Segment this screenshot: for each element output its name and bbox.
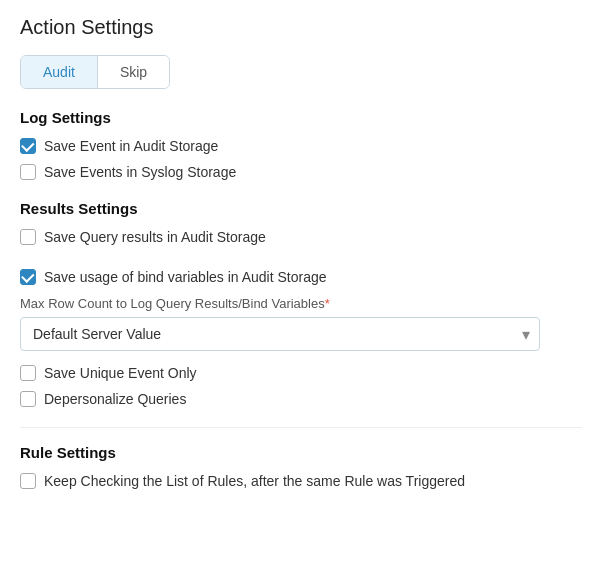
required-star: * xyxy=(325,296,330,311)
checkbox-keep-checking-rules[interactable] xyxy=(20,473,36,489)
log-settings-title: Log Settings xyxy=(20,109,582,126)
label-save-unique-event: Save Unique Event Only xyxy=(44,365,197,381)
checkbox-save-unique-event[interactable] xyxy=(20,365,36,381)
rule-settings-title: Rule Settings xyxy=(20,444,582,461)
select-wrapper: Default Server Value 10 100 1000 Unlimit… xyxy=(20,317,540,351)
label-save-query-audit: Save Query results in Audit Storage xyxy=(44,229,266,245)
log-settings-section: Log Settings Save Event in Audit Storage… xyxy=(20,109,582,180)
tab-skip[interactable]: Skip xyxy=(98,56,169,88)
label-save-events-syslog: Save Events in Syslog Storage xyxy=(44,164,236,180)
checkbox-row-keep-checking-rules: Keep Checking the List of Rules, after t… xyxy=(20,473,582,489)
checkbox-save-event-audit[interactable] xyxy=(20,138,36,154)
checkbox-row-save-unique-event: Save Unique Event Only xyxy=(20,365,582,381)
results-checkboxes-row: Save Query results in Audit Storage Save… xyxy=(20,229,582,285)
divider xyxy=(20,427,582,428)
page-title: Action Settings xyxy=(20,16,582,39)
tab-bar: Audit Skip xyxy=(20,55,170,89)
checkbox-depersonalize-queries[interactable] xyxy=(20,391,36,407)
checkbox-row-save-events-syslog: Save Events in Syslog Storage xyxy=(20,164,582,180)
label-depersonalize-queries: Depersonalize Queries xyxy=(44,391,186,407)
max-row-select[interactable]: Default Server Value 10 100 1000 Unlimit… xyxy=(20,317,540,351)
checkbox-row-save-event-audit: Save Event in Audit Storage xyxy=(20,138,582,154)
checkbox-row-save-bind-audit: Save usage of bind variables in Audit St… xyxy=(20,269,327,285)
checkbox-save-query-audit[interactable] xyxy=(20,229,36,245)
tab-audit[interactable]: Audit xyxy=(21,56,98,88)
checkbox-row-save-query-audit: Save Query results in Audit Storage xyxy=(20,229,266,245)
checkbox-save-events-syslog[interactable] xyxy=(20,164,36,180)
results-settings-section: Results Settings Save Query results in A… xyxy=(20,200,582,407)
results-settings-title: Results Settings xyxy=(20,200,582,217)
label-save-bind-audit: Save usage of bind variables in Audit St… xyxy=(44,269,327,285)
checkbox-row-depersonalize-queries: Depersonalize Queries xyxy=(20,391,582,407)
label-save-event-audit: Save Event in Audit Storage xyxy=(44,138,218,154)
checkbox-save-bind-audit[interactable] xyxy=(20,269,36,285)
label-keep-checking-rules: Keep Checking the List of Rules, after t… xyxy=(44,473,465,489)
max-row-label: Max Row Count to Log Query Results/Bind … xyxy=(20,296,330,311)
rule-settings-section: Rule Settings Keep Checking the List of … xyxy=(20,444,582,489)
